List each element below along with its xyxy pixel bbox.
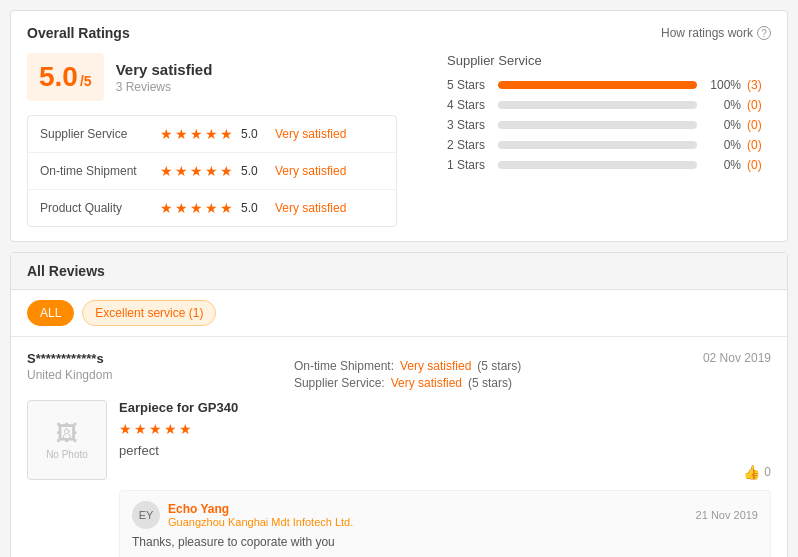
bar-background [498,101,697,109]
help-icon: ? [757,26,771,40]
reviewer-country: United Kingdom [27,368,112,382]
bar-count: (3) [747,78,771,92]
filter-button[interactable]: Excellent service (1) [82,300,216,326]
shipment-value: Very satisfied [400,359,471,373]
star-icon: ★ [190,163,203,179]
overall-ratings-card: Overall Ratings How ratings work ? 5.0 /… [10,10,788,242]
seller-name-block: Echo Yang Guangzhou Kanghai Mdt Infotech… [168,502,353,528]
star-bars: 5 Stars 100% (3) 4 Stars 0% (0) 3 Stars … [447,78,771,172]
star-bar-label: 2 Stars [447,138,492,152]
star-icon: ★ [190,126,203,142]
shipment-key: On-time Shipment: [294,359,394,373]
satisfied-label: Very satisfied [275,164,346,178]
big-score: 5.0 /5 [27,53,104,101]
star-bar-row: 5 Stars 100% (3) [447,78,771,92]
star-icon: ★ [190,200,203,216]
category-row: Supplier Service ★ ★ ★ ★ ★ 5.0 Very sati… [28,116,396,153]
star-icon: ★ [205,163,218,179]
star-bar-row: 4 Stars 0% (0) [447,98,771,112]
ratings-right: Supplier Service 5 Stars 100% (3) 4 Star… [427,53,771,227]
star-bar-label: 4 Stars [447,98,492,112]
supplier-service-title: Supplier Service [447,53,771,68]
score-num: 5.0 [241,127,269,141]
bar-count: (0) [747,138,771,152]
review-content: 🖼 No Photo Earpiece for GP340 ★ ★ ★ ★ ★ … [27,400,771,557]
score-denom: /5 [80,73,92,89]
like-icon[interactable]: 👍 [743,464,760,480]
bar-percentage: 0% [703,98,741,112]
ratings-body: 5.0 /5 Very satisfied 3 Reviews Supplier… [27,53,771,227]
star-bar-label: 5 Stars [447,78,492,92]
ratings-left: 5.0 /5 Very satisfied 3 Reviews Supplier… [27,53,427,227]
star-bar-label: 3 Stars [447,118,492,132]
category-table: Supplier Service ★ ★ ★ ★ ★ 5.0 Very sati… [27,115,397,227]
review-item: S************s United Kingdom On-time Sh… [11,337,787,557]
star-icon: ★ [205,200,218,216]
reply-text: Thanks, pleasure to coporate with you [132,535,758,549]
satisfied-label: Very satisfied [275,201,346,215]
seller-name[interactable]: Echo Yang [168,502,353,516]
category-name: Product Quality [40,201,160,215]
review-meta-row: S************s United Kingdom On-time Sh… [27,351,771,390]
star-icon: ★ [149,421,162,437]
all-reviews-section: All Reviews ALLExcellent service (1) S**… [10,252,788,557]
seller-company[interactable]: Guangzhou Kanghai Mdt Infotech Ltd. [168,516,353,528]
seller-avatar: EY [132,501,160,529]
star-bar-row: 1 Stars 0% (0) [447,158,771,172]
supplier-value: Very satisfied [391,376,462,390]
shipment-meta: On-time Shipment: Very satisfied (5 star… [294,359,521,373]
score-value: 5.0 [39,61,78,93]
satisfaction-label: Very satisfied [116,61,213,78]
bar-count: (0) [747,118,771,132]
reviewer-name: S************s [27,351,112,366]
reviews-list: S************s United Kingdom On-time Sh… [11,337,787,557]
score-label-block: Very satisfied 3 Reviews [116,61,213,94]
shipment-stars: (5 stars) [477,359,521,373]
seller-reply: EY Echo Yang Guangzhou Kanghai Mdt Infot… [119,490,771,557]
overall-ratings-title: Overall Ratings [27,25,130,41]
star-icon: ★ [179,421,192,437]
bar-count: (0) [747,98,771,112]
filter-button[interactable]: ALL [27,300,74,326]
no-photo-label: No Photo [46,449,88,460]
star-bar-row: 2 Stars 0% (0) [447,138,771,152]
how-ratings-text: How ratings work [661,26,753,40]
star-icon: ★ [220,126,233,142]
how-ratings-link[interactable]: How ratings work ? [661,26,771,40]
photo-icon: 🖼 [56,421,78,447]
category-row: On-time Shipment ★ ★ ★ ★ ★ 5.0 Very sati… [28,153,396,190]
product-name: Earpiece for GP340 [119,400,771,415]
bar-background [498,121,697,129]
like-count: 0 [764,465,771,479]
stars-row: ★ ★ ★ ★ ★ [160,126,233,142]
bar-percentage: 0% [703,118,741,132]
seller-reply-header: EY Echo Yang Guangzhou Kanghai Mdt Infot… [132,501,758,529]
overall-score-row: 5.0 /5 Very satisfied 3 Reviews [27,53,427,101]
score-num: 5.0 [241,201,269,215]
star-bar-row: 3 Stars 0% (0) [447,118,771,132]
star-icon: ★ [160,126,173,142]
filter-bar: ALLExcellent service (1) [11,290,787,337]
supplier-meta: Supplier Service: Very satisfied (5 star… [294,376,521,390]
review-stars: ★ ★ ★ ★ ★ [119,421,771,437]
all-reviews-header: All Reviews [11,253,787,290]
supplier-stars: (5 stars) [468,376,512,390]
star-icon: ★ [175,126,188,142]
stars-row: ★ ★ ★ ★ ★ [160,163,233,179]
shipment-service-row: On-time Shipment: Very satisfied (5 star… [294,359,521,390]
bar-percentage: 0% [703,138,741,152]
reviewer-info: S************s United Kingdom [27,351,112,382]
star-icon: ★ [175,200,188,216]
bar-count: (0) [747,158,771,172]
star-bar-label: 1 Stars [447,158,492,172]
reply-date: 21 Nov 2019 [696,509,758,521]
star-icon: ★ [160,163,173,179]
bar-percentage: 100% [703,78,741,92]
review-text: perfect [119,443,771,458]
star-icon: ★ [160,200,173,216]
category-name: On-time Shipment [40,164,160,178]
review-count: 3 Reviews [116,80,213,94]
star-icon: ★ [164,421,177,437]
stars-row: ★ ★ ★ ★ ★ [160,200,233,216]
star-icon: ★ [119,421,132,437]
